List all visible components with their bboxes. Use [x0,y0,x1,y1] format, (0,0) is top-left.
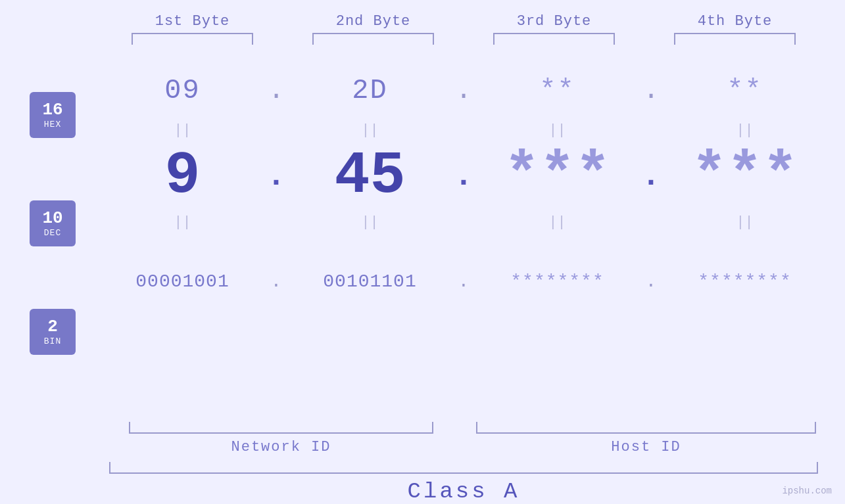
badge-bin: 2 BIN [30,309,76,355]
class-bracket-line [109,462,818,474]
byte-header-2: 2nd Byte [283,13,464,30]
host-id-label: Host ID [611,439,681,455]
badge-dec-label: DEC [44,228,61,238]
byte-header-3: 3rd Byte [464,13,644,30]
sep-row-2: || || || || [102,209,825,235]
top-bracket-2 [312,33,434,45]
hex-cell-2: 2D [289,75,450,106]
badge-dec: 10 DEC [30,200,76,246]
sep-cell-3: || [477,122,638,139]
hex-dot-2: . [450,75,477,106]
sep-cell-7: || [477,214,638,231]
bin-row: 00001001 . 00101101 . ******** . *******… [102,255,825,308]
top-bracket-1 [132,33,253,45]
dec-cell-2: 45 [289,147,450,206]
bin-value-4: ******** [698,271,791,292]
hex-cell-1: 09 [102,75,263,106]
dec-value-3: *** [504,143,610,210]
dec-cell-3: *** [477,147,638,206]
bracket-cell-3 [464,33,644,45]
network-bracket-line [129,422,433,434]
sep-cell-2: || [289,122,450,139]
bin-cell-1: 00001001 [102,271,263,292]
hex-dot-3: . [638,75,664,106]
class-a-container: Class A [102,462,825,504]
bracket-cell-2 [283,33,464,45]
sep-cell-1: || [102,122,263,139]
sep-cell-6: || [289,214,450,231]
watermark: ipshu.com [782,486,832,496]
dec-value-1: 9 [164,143,200,210]
hex-value-1: 09 [164,75,200,106]
dec-value-2: 45 [334,143,405,210]
badge-hex-number: 16 [42,101,62,120]
hex-value-2: 2D [352,75,387,106]
sep-cell-4: || [664,122,825,139]
bracket-cell-1 [102,33,283,45]
bin-dot-2: . [450,271,477,292]
dec-dot-1: . [263,158,289,194]
hex-cell-4: ** [664,75,825,106]
bottom-brackets-container: Network ID Host ID [102,422,825,455]
sep-cell-8: || [664,214,825,231]
dec-value-4: *** [691,143,798,210]
badge-column: 16 HEX 10 DEC 2 BIN [30,92,76,355]
sep-cell-5: || [102,214,263,231]
byte-header-4: 4th Byte [644,13,825,30]
byte-header-1: 1st Byte [102,13,283,30]
hex-dot-1: . [263,75,289,106]
main-container: 1st Byte 2nd Byte 3rd Byte 4th Byte 16 H… [0,0,845,504]
host-id-bracket: Host ID [464,422,825,455]
bin-cell-4: ******** [664,271,825,292]
dec-cell-4: *** [664,147,825,206]
bin-cell-3: ******** [477,271,638,292]
sep-row-1: || || || || [102,117,825,143]
bin-value-2: 00101101 [323,271,416,292]
hex-row: 09 . 2D . ** . ** [102,64,825,117]
badge-hex-label: HEX [44,120,61,129]
bin-value-1: 00001001 [135,271,229,292]
bin-dot-3: . [638,271,664,292]
top-brackets [102,33,825,45]
top-bracket-4 [674,33,796,45]
top-bracket-3 [493,33,615,45]
badge-bin-label: BIN [44,336,61,346]
dec-cell-1: 9 [102,147,263,206]
network-id-bracket: Network ID [102,422,464,455]
badge-bin-number: 2 [47,317,58,336]
dec-dot-2: . [450,158,477,194]
network-id-label: Network ID [231,439,331,455]
hex-value-4: ** [727,75,762,106]
content-area: 09 . 2D . ** . ** || [102,45,825,421]
hex-cell-3: ** [477,75,638,106]
badge-dec-number: 10 [42,209,62,228]
bin-cell-2: 00101101 [289,271,450,292]
hex-value-3: ** [539,75,575,106]
host-bracket-line [476,422,817,434]
bracket-cell-4 [644,33,825,45]
badge-hex: 16 HEX [30,92,76,138]
dec-row: 9 . 45 . *** . *** [102,143,825,209]
class-a-label: Class A [408,479,520,504]
dec-dot-3: . [638,158,664,194]
bin-value-3: ******** [510,271,604,292]
bin-dot-1: . [263,271,289,292]
byte-headers: 1st Byte 2nd Byte 3rd Byte 4th Byte [102,13,825,30]
